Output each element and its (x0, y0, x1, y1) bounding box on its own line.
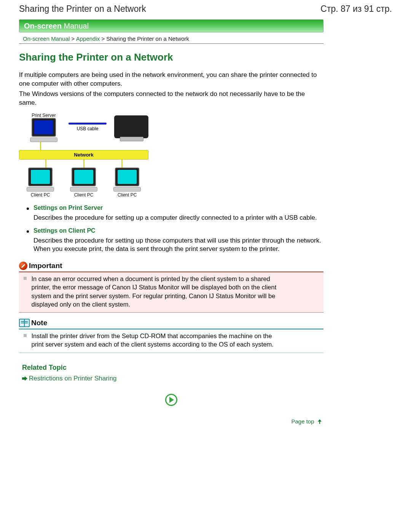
page-counter: Стр. 87 из 91 стр. (320, 4, 392, 14)
note-header: Note (19, 319, 323, 327)
diagram-client-pc: Client PC (108, 168, 146, 198)
page-header: Sharing the Printer on a Network Стр. 87… (0, 0, 411, 16)
diagram-label-client: Client PC (118, 192, 137, 198)
settings-desc: Describes the procedure for setting up t… (33, 236, 323, 253)
breadcrumb-sep: > (101, 35, 106, 42)
important-label: Important (29, 262, 62, 270)
list-item: Settings on Client PC Describes the proc… (27, 227, 323, 253)
breadcrumb: On-screen Manual > Appendix > Sharing th… (19, 33, 323, 44)
arrow-up-icon[interactable] (317, 419, 322, 424)
settings-desc: Describes the procedure for setting up a… (33, 214, 323, 222)
link-restrictions-printer-sharing[interactable]: Restrictions on Printer Sharing (29, 375, 117, 382)
link-settings-client-pc[interactable]: Settings on Client PC (33, 227, 96, 234)
arrow-right-icon (22, 376, 27, 381)
diagram-label-usb: USB cable (77, 126, 99, 131)
manual-banner: On-screen Manual (19, 19, 323, 32)
bullet-icon (27, 230, 29, 233)
content-column: On-screen Manual On-screen Manual > Appe… (19, 19, 323, 425)
note-icon (19, 319, 30, 327)
important-text: In case an error occurred when a documen… (31, 275, 282, 308)
list-item: Settings on Print Server Describes the p… (27, 204, 323, 222)
page-top-row: Page top (19, 418, 323, 425)
diagram-printer (114, 115, 148, 138)
breadcrumb-link-appendix[interactable]: Appendix (76, 35, 100, 42)
breadcrumb-sep: > (72, 35, 76, 42)
main-title: Sharing the Printer on a Network (19, 51, 323, 63)
network-diagram: Print Server USB cable Network Client PC (19, 112, 148, 198)
diagram-network-bar: Network (19, 150, 148, 160)
diagram-print-server: Print Server (27, 112, 61, 142)
square-bullet-icon (24, 334, 27, 337)
banner-bold: On-screen (24, 22, 62, 30)
diagram-label-client: Client PC (74, 192, 94, 198)
play-icon[interactable] (165, 394, 177, 406)
intro-paragraph-1: If multiple computers are being used in … (19, 71, 323, 88)
diagram-label-client: Client PC (31, 192, 50, 198)
banner-thin: Manual (62, 22, 89, 30)
related-link-row: Restrictions on Printer Sharing (22, 375, 323, 382)
note-box: Install the printer driver from the Setu… (19, 329, 323, 353)
note-label: Note (31, 319, 47, 327)
play-button-row (19, 394, 323, 407)
related-topic-title: Related Topic (22, 364, 323, 372)
square-bullet-icon (24, 277, 27, 280)
diagram-usb-line (68, 123, 107, 125)
important-header: Important (19, 262, 323, 270)
settings-list: Settings on Print Server Describes the p… (27, 204, 323, 253)
diagram-label-print-server: Print Server (32, 113, 56, 118)
intro-paragraph-2: The Windows versions of the computers co… (19, 90, 323, 107)
breadcrumb-current: Sharing the Printer on a Network (106, 35, 189, 42)
note-text: Install the printer driver from the Setu… (31, 332, 282, 349)
breadcrumb-link-onscreen-manual[interactable]: On-screen Manual (23, 35, 70, 42)
link-settings-print-server[interactable]: Settings on Print Server (33, 204, 103, 211)
important-box: In case an error occurred when a documen… (19, 272, 323, 313)
diagram-client-pc: Client PC (65, 168, 103, 198)
important-icon (19, 262, 27, 270)
diagram-client-pc: Client PC (21, 168, 59, 198)
page-title-small: Sharing the Printer on a Network (19, 4, 146, 14)
bullet-icon (27, 208, 29, 210)
page-top-link[interactable]: Page top (291, 418, 314, 425)
